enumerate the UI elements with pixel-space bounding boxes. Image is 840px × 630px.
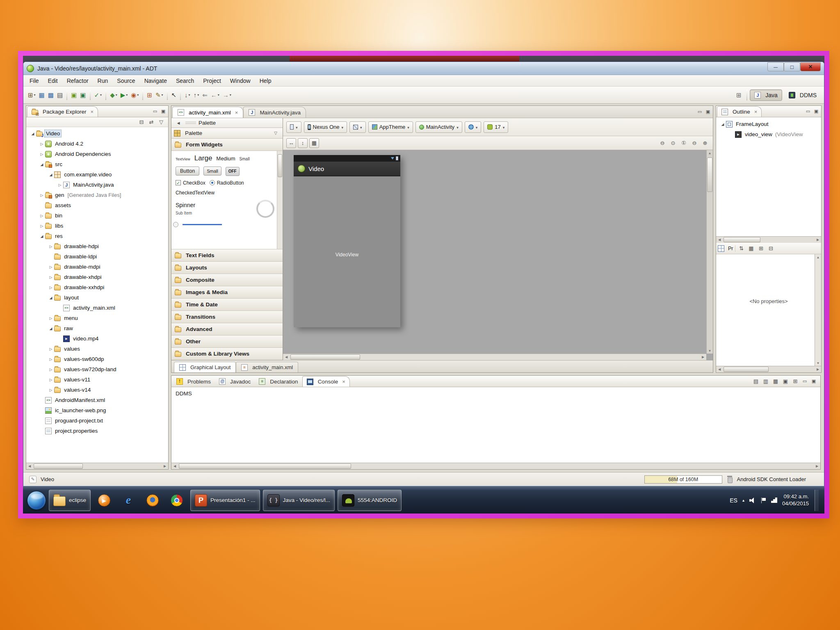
package-explorer-hscrollbar[interactable] bbox=[26, 463, 168, 469]
maximize-view-icon[interactable] bbox=[810, 379, 818, 384]
tree-item[interactable]: AndroidManifest.xml bbox=[26, 395, 168, 405]
new-java-project-icon[interactable]: ⊞ bbox=[146, 90, 153, 100]
close-tab-icon[interactable] bbox=[340, 379, 345, 385]
collapse-all-icon[interactable]: ⊟ bbox=[767, 244, 776, 253]
config-selector[interactable] bbox=[286, 121, 301, 133]
tree-item[interactable]: ▷ drawable-hdpi bbox=[26, 241, 168, 251]
tree-item[interactable]: ▷ values-sw600dp bbox=[26, 354, 168, 364]
twistie-icon[interactable]: ◢ bbox=[48, 173, 54, 177]
verify-icon[interactable]: ✓ bbox=[93, 90, 103, 100]
videoview-widget[interactable]: VideoView bbox=[336, 252, 358, 258]
canvas-hscrollbar[interactable] bbox=[283, 354, 706, 360]
run-icon[interactable]: ▶ bbox=[119, 90, 129, 100]
show-desktop-button[interactable] bbox=[815, 490, 819, 511]
back-icon[interactable]: ← bbox=[210, 90, 221, 100]
palette-category[interactable]: Custom & Library Views bbox=[171, 348, 283, 360]
view-menu-icon[interactable]: ▽ bbox=[157, 118, 166, 127]
twistie-icon[interactable]: ◢ bbox=[39, 162, 45, 167]
twistie-icon[interactable]: ◢ bbox=[48, 296, 54, 300]
design-canvas[interactable]: Video VideoView bbox=[283, 150, 713, 360]
tree-item[interactable]: ▷ menu bbox=[26, 313, 168, 323]
tree-item[interactable]: ▷ values-sw720dp-land bbox=[26, 364, 168, 374]
twistie-icon[interactable]: ▷ bbox=[39, 214, 45, 218]
separator-3[interactable] bbox=[105, 90, 106, 100]
tree-item[interactable]: ▷ values-v14 bbox=[26, 385, 168, 395]
tree-item[interactable]: proguard-project.txt bbox=[26, 415, 168, 426]
palette-category[interactable]: Other bbox=[171, 336, 283, 348]
palette-textview-small[interactable]: Small bbox=[240, 157, 250, 161]
palette-toggle-button[interactable]: OFF bbox=[226, 167, 240, 176]
twistie-icon[interactable]: ▷ bbox=[48, 285, 54, 290]
tree-item[interactable]: ▷ values-v11 bbox=[26, 374, 168, 385]
maximize-view-icon[interactable] bbox=[159, 106, 167, 117]
run-garbage-collector-icon[interactable] bbox=[726, 475, 733, 483]
tab-problems[interactable]: Problems bbox=[172, 376, 215, 387]
last-edit-location-icon[interactable]: ⇐ bbox=[201, 90, 209, 100]
twistie-icon[interactable]: ▷ bbox=[39, 193, 45, 197]
taskbar-wmp[interactable] bbox=[94, 490, 115, 511]
pin-console-icon[interactable]: ▦ bbox=[771, 377, 780, 386]
expand-all-icon[interactable]: ⊞ bbox=[757, 244, 766, 253]
next-annotation-icon[interactable]: ↓ bbox=[183, 90, 192, 100]
tree-item[interactable]: drawable-ldpi bbox=[26, 251, 168, 262]
palette-category[interactable]: Images & Media bbox=[171, 286, 283, 299]
zoom-fit-icon[interactable]: ⊙ bbox=[669, 139, 678, 148]
close-view-icon[interactable] bbox=[753, 109, 758, 115]
palette-radiobutton[interactable]: RadioButton bbox=[210, 180, 244, 186]
taskbar-emulator[interactable]: 5554:ANDROID bbox=[338, 490, 402, 511]
twistie-icon[interactable]: ▷ bbox=[39, 142, 45, 146]
twistie-icon[interactable]: ▷ bbox=[48, 316, 54, 320]
heap-status[interactable]: 68M of 160M bbox=[644, 475, 722, 484]
palette-checkbox[interactable]: CheckBox bbox=[176, 180, 205, 186]
menu-item[interactable]: Refactor bbox=[62, 75, 93, 86]
print-icon[interactable]: ▤ bbox=[56, 90, 64, 100]
orientation-selector[interactable] bbox=[349, 121, 366, 133]
twistie-icon[interactable]: ▷ bbox=[48, 357, 54, 361]
tree-item[interactable]: ◢ com.example.video bbox=[26, 169, 168, 180]
separator-5[interactable] bbox=[167, 90, 168, 100]
taskbar-firefox[interactable] bbox=[142, 490, 163, 511]
close-view-icon[interactable] bbox=[89, 109, 94, 115]
scroll-left-icon[interactable] bbox=[171, 464, 178, 468]
outline-tree-item[interactable]: ◢ FrameLayout bbox=[716, 119, 821, 129]
sort-alpha-icon[interactable]: ⇅ bbox=[737, 244, 746, 253]
tree-item[interactable]: ◢ res bbox=[26, 231, 168, 241]
maximize-view-icon[interactable] bbox=[812, 106, 820, 117]
separator-4[interactable] bbox=[142, 90, 143, 100]
properties-vscrollbar[interactable] bbox=[815, 254, 821, 366]
scroll-right-icon[interactable] bbox=[700, 355, 706, 359]
tree-item[interactable]: ▷ drawable-mdpi bbox=[26, 262, 168, 272]
tab-javadoc[interactable]: Javadoc bbox=[215, 376, 255, 387]
language-indicator[interactable]: ES bbox=[730, 497, 737, 504]
tree-item[interactable]: activity_main.xml bbox=[26, 303, 168, 313]
twistie-icon[interactable]: ◢ bbox=[39, 234, 45, 238]
display-selected-console-icon[interactable]: ▣ bbox=[781, 377, 790, 386]
separator-2[interactable] bbox=[90, 90, 91, 100]
tree-item[interactable]: ▷ Android Dependencies bbox=[26, 149, 168, 159]
palette-category[interactable]: Time & Date bbox=[171, 299, 283, 311]
palette-category[interactable]: Composite bbox=[171, 274, 283, 286]
close-button[interactable] bbox=[800, 62, 821, 71]
scroll-lock-icon[interactable]: ▥ bbox=[761, 377, 770, 386]
tree-item[interactable]: ▷ MainActivity.java bbox=[26, 180, 168, 190]
scroll-left-icon[interactable] bbox=[26, 464, 33, 468]
scroll-up-icon[interactable] bbox=[817, 254, 820, 260]
menu-item[interactable]: Search bbox=[171, 75, 199, 86]
maximize-button[interactable] bbox=[784, 62, 800, 71]
collapse-all-icon[interactable]: ⊟ bbox=[137, 118, 146, 127]
outline-tab[interactable]: Outline bbox=[717, 106, 762, 117]
palette-grip[interactable] bbox=[185, 122, 196, 124]
maximize-editor-icon[interactable] bbox=[704, 106, 712, 118]
outline-hscrollbar[interactable] bbox=[716, 236, 821, 243]
profile-icon[interactable]: ◉ bbox=[130, 90, 140, 100]
save-all-icon[interactable]: ▩ bbox=[47, 90, 55, 100]
device-preview[interactable]: Video VideoView bbox=[294, 155, 400, 327]
new-wizard-icon[interactable]: ⊞ bbox=[27, 90, 37, 100]
palette-small-button[interactable]: Small bbox=[203, 167, 221, 176]
save-icon[interactable]: ▦ bbox=[38, 90, 46, 100]
twistie-icon[interactable]: ▷ bbox=[57, 183, 63, 187]
scroll-left-icon[interactable] bbox=[283, 355, 290, 359]
forward-icon[interactable]: → bbox=[221, 90, 233, 100]
device-screen[interactable]: VideoView bbox=[294, 176, 400, 327]
scroll-right-icon[interactable] bbox=[162, 464, 168, 468]
